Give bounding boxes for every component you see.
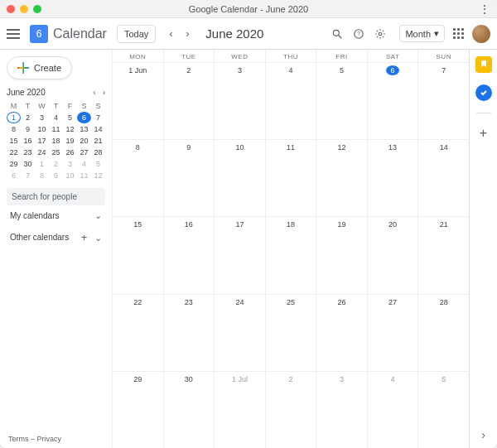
- mini-day-cell[interactable]: 11: [49, 123, 63, 135]
- mini-day-cell[interactable]: 10: [63, 170, 77, 181]
- day-cell[interactable]: 6: [367, 62, 418, 139]
- today-button[interactable]: Today: [117, 25, 156, 43]
- hide-side-panel-button[interactable]: ›: [481, 428, 485, 441]
- mini-day-cell[interactable]: 19: [63, 135, 77, 147]
- day-cell[interactable]: 19: [316, 216, 367, 293]
- mini-day-cell[interactable]: 24: [35, 147, 49, 158]
- day-cell[interactable]: 28: [417, 294, 469, 371]
- mini-day-cell[interactable]: 9: [49, 170, 63, 181]
- privacy-link[interactable]: Privacy: [37, 435, 62, 443]
- mini-next-button[interactable]: ›: [103, 88, 105, 97]
- day-cell[interactable]: 22: [112, 294, 163, 371]
- mini-day-cell[interactable]: 2: [49, 158, 63, 170]
- mini-day-cell[interactable]: 18: [49, 135, 63, 147]
- mini-day-cell[interactable]: 17: [35, 135, 49, 147]
- day-cell[interactable]: 11: [265, 139, 316, 216]
- keep-addon-icon[interactable]: [475, 56, 492, 73]
- mini-day-cell[interactable]: 15: [7, 135, 21, 147]
- mini-day-cell[interactable]: 8: [35, 170, 49, 181]
- day-cell[interactable]: 5: [417, 371, 469, 448]
- mini-day-cell[interactable]: 3: [63, 158, 77, 170]
- day-cell[interactable]: 26: [316, 294, 367, 371]
- day-cell[interactable]: 24: [214, 294, 265, 371]
- day-cell[interactable]: 10: [214, 139, 265, 216]
- day-cell[interactable]: 25: [265, 294, 316, 371]
- mini-day-cell[interactable]: 22: [7, 147, 21, 158]
- day-cell[interactable]: 29: [112, 371, 163, 448]
- day-cell[interactable]: 4: [367, 371, 418, 448]
- view-selector[interactable]: Month ▾: [399, 25, 445, 42]
- day-cell[interactable]: 14: [417, 139, 469, 216]
- mini-day-cell[interactable]: 25: [49, 147, 63, 158]
- mini-day-cell[interactable]: 5: [91, 158, 105, 170]
- terms-link[interactable]: Terms: [8, 435, 29, 443]
- prev-period-button[interactable]: ‹: [162, 27, 179, 40]
- mini-day-cell[interactable]: 1: [7, 112, 21, 123]
- search-button[interactable]: [331, 28, 353, 40]
- account-avatar[interactable]: [472, 25, 490, 43]
- mini-day-cell[interactable]: 16: [21, 135, 35, 147]
- mini-day-cell[interactable]: 8: [7, 123, 21, 135]
- search-people-input[interactable]: Search for people: [7, 188, 105, 205]
- mini-day-cell[interactable]: 13: [77, 123, 91, 135]
- day-cell[interactable]: 5: [316, 62, 367, 139]
- mini-day-cell[interactable]: 12: [63, 123, 77, 135]
- mini-day-cell[interactable]: 30: [21, 158, 35, 170]
- day-cell[interactable]: 7: [417, 62, 469, 139]
- day-cell[interactable]: 20: [367, 216, 418, 293]
- mini-day-cell[interactable]: 26: [63, 147, 77, 158]
- day-cell[interactable]: 4: [265, 62, 316, 139]
- other-calendars-toggle[interactable]: Other calendars + ⌄: [7, 226, 105, 248]
- day-cell[interactable]: 9: [163, 139, 215, 216]
- day-cell[interactable]: 1 Jun: [112, 62, 163, 139]
- mini-prev-button[interactable]: ‹: [93, 88, 95, 97]
- settings-button[interactable]: [374, 28, 396, 40]
- day-cell[interactable]: 2: [163, 62, 215, 139]
- mini-day-cell[interactable]: 3: [35, 112, 49, 123]
- day-cell[interactable]: 3: [214, 62, 265, 139]
- mini-day-cell[interactable]: 4: [49, 112, 63, 123]
- day-cell[interactable]: 17: [214, 216, 265, 293]
- mini-day-cell[interactable]: 7: [21, 170, 35, 181]
- mini-day-cell[interactable]: 29: [7, 158, 21, 170]
- mini-day-cell[interactable]: 12: [91, 170, 105, 181]
- mini-day-cell[interactable]: 11: [77, 170, 91, 181]
- day-cell[interactable]: 8: [112, 139, 163, 216]
- day-cell[interactable]: 2: [265, 371, 316, 448]
- day-cell[interactable]: 12: [316, 139, 367, 216]
- tasks-addon-icon[interactable]: [475, 84, 492, 101]
- mini-day-cell[interactable]: 28: [91, 147, 105, 158]
- day-cell[interactable]: 15: [112, 216, 163, 293]
- next-period-button[interactable]: ›: [179, 27, 195, 40]
- mini-day-cell[interactable]: 2: [21, 112, 35, 123]
- day-cell[interactable]: 27: [367, 294, 418, 371]
- mini-day-cell[interactable]: 9: [21, 123, 35, 135]
- mini-day-cell[interactable]: 6: [7, 170, 21, 181]
- add-calendar-button[interactable]: +: [81, 231, 88, 243]
- mini-day-cell[interactable]: 7: [91, 112, 105, 123]
- day-cell[interactable]: 16: [163, 216, 215, 293]
- mini-day-cell[interactable]: 4: [77, 158, 91, 170]
- my-calendars-toggle[interactable]: My calendars ⌄: [7, 205, 105, 226]
- day-cell[interactable]: 13: [367, 139, 418, 216]
- mini-day-cell[interactable]: 20: [77, 135, 91, 147]
- get-addons-button[interactable]: +: [475, 125, 492, 142]
- day-cell[interactable]: 18: [265, 216, 316, 293]
- day-cell[interactable]: 30: [163, 371, 215, 448]
- mini-day-cell[interactable]: 27: [77, 147, 91, 158]
- mini-day-cell[interactable]: 23: [21, 147, 35, 158]
- day-cell[interactable]: 23: [163, 294, 215, 371]
- help-button[interactable]: ?: [353, 28, 374, 40]
- google-apps-button[interactable]: [453, 28, 464, 39]
- day-cell[interactable]: 3: [316, 371, 367, 448]
- month-grid[interactable]: MONTUEWEDTHUFRISATSUN1 Jun23456789101112…: [112, 50, 469, 448]
- mini-day-cell[interactable]: 10: [35, 123, 49, 135]
- main-menu-button[interactable]: [7, 29, 30, 39]
- mini-day-cell[interactable]: 21: [91, 135, 105, 147]
- mini-day-cell[interactable]: 1: [35, 158, 49, 170]
- day-cell[interactable]: 21: [417, 216, 469, 293]
- mini-day-cell[interactable]: 6: [77, 112, 91, 123]
- create-button[interactable]: Create: [7, 56, 72, 79]
- day-cell[interactable]: 1 Jul: [214, 371, 265, 448]
- mini-day-cell[interactable]: 5: [63, 112, 77, 123]
